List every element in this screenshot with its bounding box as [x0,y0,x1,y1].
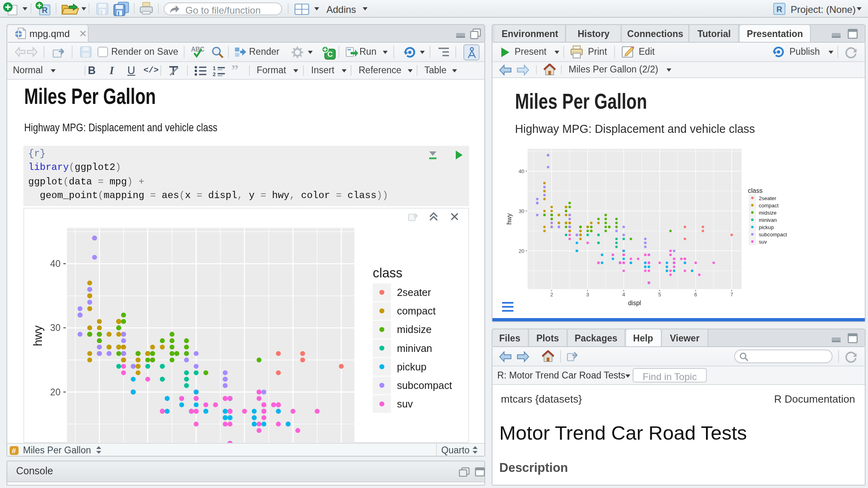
svg-text:4: 4 [622,292,625,298]
svg-text:minivan: minivan [759,217,777,223]
svg-text:2seater: 2seater [759,195,777,201]
svg-text:class: class [373,266,403,280]
svg-text:2: 2 [550,292,553,298]
svg-text:6: 6 [694,292,697,298]
svg-text:ABC: ABC [191,46,205,53]
svg-text:hwy: hwy [506,213,513,225]
svg-text:5: 5 [658,292,661,298]
svg-text:7: 7 [730,292,733,298]
svg-text:minivan: minivan [397,343,432,354]
svg-text:compact: compact [759,203,779,209]
svg-text:displ: displ [628,300,641,306]
svg-text:pickup: pickup [397,361,426,372]
svg-text:3: 3 [586,292,589,298]
svg-text:midsize: midsize [397,324,432,335]
svg-text:2seater: 2seater [397,287,431,298]
svg-text:midsize: midsize [759,210,777,216]
svg-text:class: class [748,187,762,194]
svg-text:20: 20 [50,387,61,397]
svg-text:subcompact: subcompact [397,380,452,391]
svg-text:pickup: pickup [759,224,774,230]
svg-text:1: 1 [212,65,215,71]
svg-text:subcompact: subcompact [759,232,787,238]
svg-text:suv: suv [759,239,767,245]
svg-text:compact: compact [397,305,436,316]
svg-text:30: 30 [50,323,61,333]
svg-text:40: 40 [519,168,524,174]
svg-text:40: 40 [50,258,61,269]
svg-text:20: 20 [519,248,524,254]
svg-text:suv: suv [397,398,413,409]
svg-text:30: 30 [519,208,524,214]
svg-text:2: 2 [212,71,215,76]
svg-text:hwy: hwy [31,325,44,346]
svg-text:R: R [777,5,783,14]
